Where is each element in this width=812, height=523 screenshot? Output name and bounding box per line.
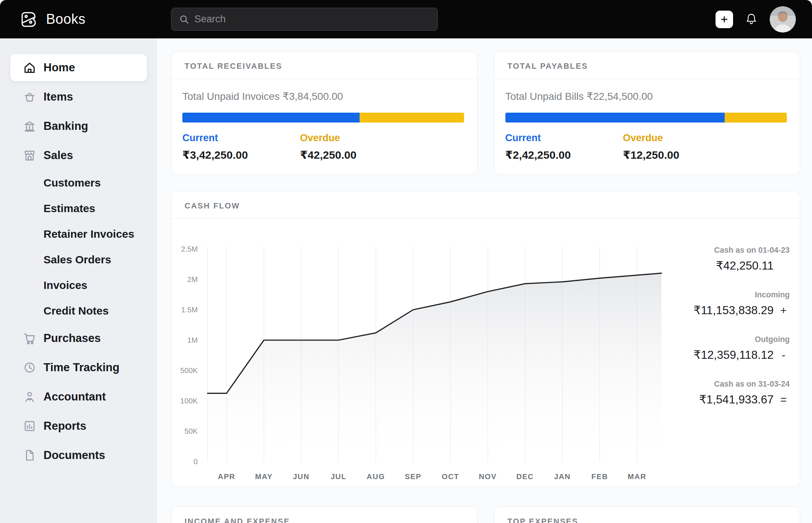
app-window: Books: [0, 0, 812, 523]
user-avatar[interactable]: [770, 6, 796, 33]
sidebar-item-purchases[interactable]: Purchases: [10, 324, 147, 353]
svg-text:APR: APR: [218, 472, 235, 481]
receivables-overdue-amount: ₹42,250.00: [300, 148, 418, 161]
svg-text:1M: 1M: [187, 336, 198, 344]
payables-current-label: Current: [505, 132, 623, 144]
books-logo-icon: [19, 10, 38, 29]
sidebar-item-credit-notes[interactable]: Credit Notes: [10, 298, 147, 324]
search-input[interactable]: [194, 14, 430, 25]
top-expenses-title: TOP EXPENSES: [494, 507, 800, 523]
cash-flow-stats: Cash as on 01-04-23₹42,250.11Incoming₹11…: [680, 219, 800, 487]
payables-current-amount: ₹2,42,250.00: [505, 148, 623, 161]
sidebar-item-reports[interactable]: Reports: [10, 411, 147, 441]
search-bar: [171, 8, 438, 31]
chart-icon: [23, 419, 37, 433]
sidebar-item-label: Accountant: [43, 390, 106, 403]
sidebar-item-items[interactable]: Items: [10, 82, 147, 112]
svg-text:JAN: JAN: [554, 472, 571, 481]
income-expense-title: INCOME AND EXPENSE: [171, 507, 477, 523]
search-icon: [179, 14, 190, 25]
payables-overdue-amount: ₹12,250.00: [623, 148, 741, 161]
cash-flow-chart: 050K100K500K1M1.5M2M2.5MAPRMAYJUNJULAUGS…: [171, 219, 680, 487]
document-icon: [23, 448, 37, 462]
svg-text:1.5M: 1.5M: [181, 305, 198, 314]
stat-value: ₹1,541,933.67: [699, 393, 774, 406]
bank-icon: [23, 119, 37, 133]
payables-progress-overdue: [725, 113, 787, 123]
receivables-progress-current: [182, 113, 360, 123]
sidebar-item-label: Estimates: [43, 202, 95, 215]
topbar-actions: [716, 0, 796, 38]
person-icon: [23, 390, 37, 404]
cart-icon: [23, 331, 37, 345]
main-content: TOTAL RECEIVABLES Total Unpaid Invoices …: [157, 38, 812, 523]
payables-title: TOTAL PAYABLES: [494, 52, 800, 79]
sidebar-item-sales-orders[interactable]: Sales Orders: [10, 247, 147, 272]
add-new-button[interactable]: [716, 11, 733, 28]
notifications-bell-icon[interactable]: [744, 12, 759, 27]
sidebar-item-estimates[interactable]: Estimates: [10, 196, 147, 221]
store-icon: [23, 148, 37, 162]
stat-label: Cash as on 01-04-23: [714, 246, 790, 255]
sidebar: HomeItemsBankingSalesCustomersEstimatesR…: [0, 38, 157, 523]
svg-text:0: 0: [194, 457, 198, 466]
svg-text:JUL: JUL: [331, 472, 346, 481]
income-expense-card: INCOME AND EXPENSE: [171, 507, 478, 523]
cash-flow-stat-incoming: Incoming₹11,153,838.29+: [680, 290, 790, 317]
sidebar-item-label: Invoices: [43, 279, 87, 291]
sidebar-item-retainer-invoices[interactable]: Retainer Invoices: [10, 221, 147, 247]
sidebar-item-customers[interactable]: Customers: [10, 170, 147, 196]
sidebar-item-invoices[interactable]: Invoices: [10, 272, 147, 298]
sidebar-item-time-tracking[interactable]: Time Tracking: [10, 353, 147, 382]
sidebar-item-sales[interactable]: Sales: [10, 141, 147, 170]
sidebar-item-label: Home: [43, 61, 75, 74]
topbar: Books: [0, 0, 812, 38]
sidebar-item-label: Sales Orders: [43, 253, 111, 266]
sidebar-item-label: Reports: [43, 419, 86, 433]
sidebar-item-documents[interactable]: Documents: [10, 441, 147, 470]
sidebar-item-home[interactable]: Home: [10, 54, 147, 81]
svg-text:100K: 100K: [180, 396, 198, 405]
svg-text:OCT: OCT: [442, 472, 459, 481]
sidebar-item-banking[interactable]: Banking: [10, 112, 147, 141]
svg-text:DEC: DEC: [516, 472, 534, 481]
svg-text:NOV: NOV: [479, 472, 497, 481]
svg-text:2M: 2M: [187, 275, 198, 283]
sidebar-item-label: Time Tracking: [43, 361, 119, 374]
stat-value: ₹12,359,118.12: [694, 348, 774, 362]
stat-operator: =: [777, 394, 790, 406]
stat-label: Cash as on 31-03-24: [714, 380, 790, 389]
svg-text:MAR: MAR: [628, 472, 646, 481]
app-title: Books: [46, 11, 86, 27]
sidebar-item-label: Purchases: [43, 332, 101, 345]
svg-text:50K: 50K: [185, 427, 198, 435]
receivables-subtitle: Total Unpaid Invoices ₹3,84,500.00: [182, 90, 464, 102]
cash-flow-card: CASH FLOW 050K100K500K1M1.5M2M2.5MAPRMAY…: [171, 191, 800, 487]
stat-value: ₹42,250.11: [716, 259, 774, 272]
clock-icon: [23, 361, 37, 375]
total-receivables-card: TOTAL RECEIVABLES Total Unpaid Invoices …: [171, 51, 478, 175]
svg-text:2.5M: 2.5M: [181, 245, 198, 253]
payables-overdue-label: Overdue: [623, 132, 741, 144]
receivables-progress-bar: [182, 113, 464, 123]
sidebar-item-label: Documents: [43, 449, 105, 462]
sidebar-item-accountant[interactable]: Accountant: [10, 382, 147, 411]
svg-text:AUG: AUG: [367, 472, 385, 481]
payables-progress-bar: [505, 113, 787, 123]
receivables-title: TOTAL RECEIVABLES: [171, 52, 477, 79]
svg-text:SEP: SEP: [405, 472, 422, 481]
receivables-overdue-label: Overdue: [300, 132, 418, 144]
cash-flow-stat-cash-as-on-31-03-24: Cash as on 31-03-24₹1,541,933.67=: [680, 380, 790, 406]
sidebar-item-label: Items: [43, 90, 73, 104]
sidebar-item-label: Credit Notes: [43, 305, 109, 317]
plus-icon: [720, 15, 729, 24]
brand: Books: [19, 0, 86, 38]
payables-progress-current: [505, 113, 725, 123]
receivables-current-label: Current: [182, 132, 300, 144]
top-expenses-card: TOP EXPENSES: [494, 507, 801, 523]
stat-operator: +: [777, 304, 790, 317]
cash-flow-title: CASH FLOW: [171, 191, 800, 219]
basket-icon: [23, 90, 37, 104]
stat-label: Outgoing: [755, 335, 790, 344]
svg-text:JUN: JUN: [293, 472, 310, 481]
